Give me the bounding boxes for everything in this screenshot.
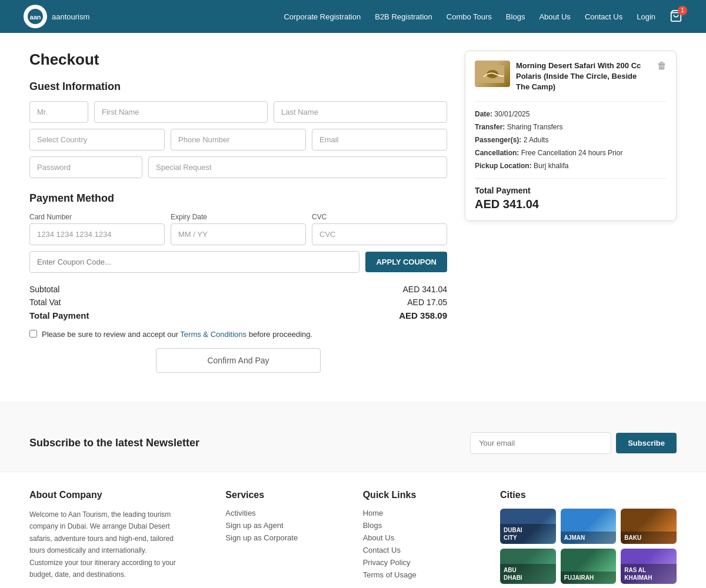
coupon-row: APPLY COUPON: [29, 251, 447, 273]
terms-row: Please be sure to review and accept our …: [29, 330, 447, 339]
subtotal-label: Subtotal: [29, 285, 59, 294]
city-dubai-label: DUBAICITY: [500, 524, 556, 544]
cart-badge: 1: [678, 6, 687, 15]
quicklink-blogs[interactable]: Blogs: [363, 521, 451, 530]
nav-b2b[interactable]: B2B Registration: [375, 12, 432, 21]
salutation-input[interactable]: [29, 101, 88, 123]
footer-cities-col: Cities DUBAICITY AJMAN BAKU ABUDHABI: [500, 490, 677, 588]
checkout-title: Checkout: [29, 51, 447, 69]
card-number-input[interactable]: [29, 223, 165, 245]
order-pickup-row: Pickup Location: Burj khalifa: [475, 161, 667, 171]
subscribe-button[interactable]: Subscribe: [616, 433, 677, 453]
footer-about-title: About Company: [29, 490, 176, 500]
order-total-label: Total Payment: [475, 186, 667, 195]
totals-section: Subtotal AED 341.04 Total Vat AED 17.05 …: [29, 285, 447, 320]
city-baku[interactable]: BAKU: [621, 509, 677, 544]
city-abudhabi[interactable]: ABUDHABI: [500, 549, 556, 584]
terms-text: Please be sure to review and accept our …: [42, 330, 312, 339]
svg-text:aan: aan: [30, 14, 41, 21]
footer-services-col: Services Activities Sign up as Agent Sig…: [225, 490, 314, 588]
order-card-title: Morning Desert Safari With 200 Cc Polari…: [516, 61, 651, 93]
payment-section: Payment Method Card Number Expiry Date C…: [29, 192, 447, 273]
cvc-input[interactable]: [312, 223, 447, 245]
card-number-label: Card Number: [29, 213, 165, 221]
order-card-image: [475, 61, 510, 87]
order-cancellation-row: Cancellation: Free Cancellation 24 hours…: [475, 148, 667, 158]
checkout-left: Checkout Guest Information Payment Metho…: [29, 51, 447, 373]
country-input[interactable]: [29, 129, 165, 151]
city-fujairah[interactable]: FUJAIRAH: [561, 549, 617, 584]
cvc-label: CVC: [312, 213, 447, 221]
footer-services-title: Services: [225, 490, 314, 500]
cities-grid: DUBAICITY AJMAN BAKU ABUDHABI FUJAIRAH: [500, 509, 677, 584]
newsletter-form: Subscribe: [470, 432, 677, 454]
subtotal-value: AED 341.04: [403, 285, 448, 294]
footer-about-col: About Company Welcome to Aan Tourism, th…: [29, 490, 176, 588]
name-row-1: [29, 101, 447, 123]
cart-icon[interactable]: 1: [670, 9, 682, 24]
logo-icon: aan: [24, 5, 47, 28]
footer-about-text: Welcome to Aan Tourism, the leading tour…: [29, 509, 176, 580]
phone-input[interactable]: [171, 129, 306, 151]
quicklink-terms[interactable]: Terms of Usage: [363, 570, 451, 579]
extra-row: [29, 156, 447, 178]
apply-coupon-button[interactable]: APPLY COUPON: [365, 252, 447, 272]
contact-row: [29, 129, 447, 151]
nav-login[interactable]: Login: [637, 12, 655, 21]
last-name-input[interactable]: [274, 101, 447, 123]
main-content: Checkout Guest Information Payment Metho…: [18, 33, 688, 390]
quicklink-contact[interactable]: Contact Us: [363, 546, 451, 554]
order-total-amount: AED 341.04: [475, 198, 667, 211]
vat-label: Total Vat: [29, 298, 61, 307]
nav-corporate[interactable]: Corporate Registration: [284, 12, 361, 21]
delete-icon[interactable]: 🗑: [657, 61, 667, 71]
total-value: AED 358.09: [399, 310, 447, 320]
terms-link[interactable]: Terms & Conditions: [180, 330, 247, 339]
city-rasalkhaimah-label: RAS ALKHAIMAH: [621, 564, 677, 584]
email-input[interactable]: [312, 129, 447, 151]
footer: About Company Welcome to Aan Tourism, th…: [29, 472, 677, 588]
services-link-activities[interactable]: Activities: [225, 509, 314, 517]
newsletter-email-input[interactable]: [470, 432, 611, 454]
vat-row: Total Vat AED 17.05: [29, 298, 447, 307]
city-abudhabi-label: ABUDHABI: [500, 564, 556, 584]
logo[interactable]: aan aantourism: [24, 5, 89, 28]
order-transfer-row: Transfer: Sharing Transfers: [475, 122, 667, 132]
footer-columns: About Company Welcome to Aan Tourism, th…: [29, 490, 677, 588]
expiry-label: Expiry Date: [171, 213, 306, 221]
order-divider-2: [475, 178, 667, 179]
navbar-links: Corporate Registration B2B Registration …: [284, 9, 682, 24]
payment-grid: Card Number Expiry Date CVC: [29, 213, 447, 245]
first-name-input[interactable]: [94, 101, 268, 123]
coupon-input[interactable]: [29, 251, 359, 273]
quicklink-about[interactable]: About Us: [363, 533, 451, 542]
vat-value: AED 17.05: [407, 298, 447, 307]
footer-quicklinks-title: Quick Links: [363, 490, 451, 500]
footer-quicklinks-col: Quick Links Home Blogs About Us Contact …: [363, 490, 451, 588]
order-divider: [475, 101, 667, 102]
special-request-input[interactable]: [148, 156, 447, 178]
expiry-input[interactable]: [171, 223, 306, 245]
city-ajman[interactable]: AJMAN: [561, 509, 617, 544]
nav-about[interactable]: About Us: [539, 12, 570, 21]
quicklink-privacy[interactable]: Privacy Policy: [363, 558, 451, 567]
city-dubai[interactable]: DUBAICITY: [500, 509, 556, 544]
password-input[interactable]: [29, 156, 142, 178]
services-link-agent[interactable]: Sign up as Agent: [225, 521, 314, 530]
terms-checkbox[interactable]: [29, 330, 37, 338]
nav-contact[interactable]: Contact Us: [585, 12, 622, 21]
city-fujairah-label: FUJAIRAH: [561, 572, 617, 584]
cvc-group: CVC: [312, 213, 447, 245]
quicklink-home[interactable]: Home: [363, 509, 451, 517]
order-card: Morning Desert Safari With 200 Cc Polari…: [465, 51, 677, 221]
confirm-pay-button[interactable]: Confirm And Pay: [156, 348, 321, 373]
card-number-group: Card Number: [29, 213, 165, 245]
services-link-corporate[interactable]: Sign up as Corporate: [225, 533, 314, 542]
total-row: Total Payment AED 358.09: [29, 310, 447, 320]
nav-combo[interactable]: Combo Tours: [447, 12, 492, 21]
city-rasalkhaimah[interactable]: RAS ALKHAIMAH: [621, 549, 677, 584]
nav-blogs[interactable]: Blogs: [506, 12, 525, 21]
city-baku-label: BAKU: [621, 532, 677, 544]
city-ajman-label: AJMAN: [561, 532, 617, 544]
total-label: Total Payment: [29, 310, 89, 320]
